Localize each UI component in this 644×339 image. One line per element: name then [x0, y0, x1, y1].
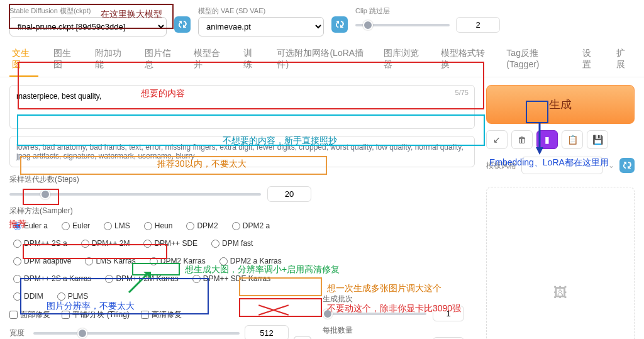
- sampler-dpmppsdekarras[interactable]: DPM++ SDE Karras: [189, 272, 274, 286]
- steps-slider[interactable]: [9, 193, 261, 196]
- width-label: 宽度: [9, 328, 28, 338]
- image-icon: 🖼: [553, 285, 567, 301]
- clip-skip-slider[interactable]: [355, 24, 450, 26]
- sampler-group: Euler a Euler LMS Heun DPM2 DPM2 a DPM++…: [9, 219, 311, 303]
- style-refresh-button[interactable]: 🗘: [619, 158, 635, 173]
- sampler-dpm2karras[interactable]: DPM2 Karras: [146, 254, 209, 268]
- negative-prompt[interactable]: [9, 136, 475, 167]
- ckpt-refresh-button[interactable]: 🗘: [174, 16, 191, 33]
- swap-dims-button[interactable]: ⇅: [294, 336, 311, 339]
- sampler-dpmppsde[interactable]: DPM++ SDE: [140, 236, 201, 250]
- tab-extras[interactable]: 附加功能: [92, 43, 130, 77]
- tab-lora[interactable]: 可选附加网络(LoRA插件): [274, 43, 369, 77]
- style-label: 模板风格: [486, 160, 516, 171]
- steps-value[interactable]: [267, 186, 311, 202]
- tiling-toggle[interactable]: 平铺/分块 (Tiling): [62, 309, 130, 320]
- batch-size-label: 每批数量: [323, 325, 464, 336]
- refresh-icon: 🗘: [335, 19, 344, 30]
- tab-settings[interactable]: 设置: [580, 43, 601, 77]
- sampler-dpmpp2mkarras[interactable]: DPM++ 2M Karras: [101, 272, 182, 286]
- clipboard-icon: 📋: [567, 135, 578, 145]
- main-tabs: 文生图 图生图 附加功能 图片信息 模型合并 训练 可选附加网络(LoRA插件)…: [0, 43, 644, 77]
- sampler-euler[interactable]: Euler: [58, 219, 94, 233]
- gallery-preview: 🖼: [486, 187, 635, 339]
- sampler-dpmpp2sakarras[interactable]: DPM++ 2S a Karras: [9, 272, 95, 286]
- chevron-down-icon: ⌄: [608, 161, 614, 170]
- sampler-euler-a[interactable]: Euler a: [9, 219, 52, 233]
- ckpt-select[interactable]: final-prune.ckpt [89d59c3dde]: [9, 17, 167, 36]
- sampler-dpmfast[interactable]: DPM fast: [208, 236, 257, 250]
- interrogate-button[interactable]: ↙: [486, 130, 508, 149]
- sampler-dpmpp2sa[interactable]: DPM++ 2S a: [9, 236, 71, 250]
- save-style-button[interactable]: 💾: [587, 130, 608, 149]
- red-cross-icon: [258, 303, 289, 316]
- sampler-heun[interactable]: Heun: [140, 219, 177, 233]
- refresh-icon: 🗘: [623, 160, 631, 170]
- generate-button[interactable]: 生成: [486, 85, 635, 124]
- style-select[interactable]: [521, 157, 603, 174]
- batch-count-value[interactable]: [433, 306, 464, 321]
- clear-button[interactable]: 🗑: [511, 130, 533, 149]
- sampler-lmskarras[interactable]: LMS Karras: [81, 254, 139, 268]
- sampler-dpmadaptive[interactable]: DPM adaptive: [9, 254, 75, 268]
- hires-fix-toggle[interactable]: 高清修复: [141, 309, 182, 320]
- tab-convert[interactable]: 模型格式转换: [438, 43, 491, 77]
- sampler-dpm2akarras[interactable]: DPM2 a Karras: [216, 254, 286, 268]
- ckpt-label: Stable Diffusion 模型(ckpt): [9, 6, 167, 16]
- sampler-lms[interactable]: LMS: [100, 219, 134, 233]
- vae-refresh-button[interactable]: 🗘: [331, 16, 348, 33]
- tab-pnginfo[interactable]: 图片信息: [142, 43, 179, 77]
- tab-tagger[interactable]: Tag反推(Tagger): [504, 43, 567, 77]
- clip-skip-value[interactable]: [456, 17, 500, 33]
- refresh-icon: 🗘: [178, 19, 187, 30]
- tab-gallery[interactable]: 图库浏览器: [381, 43, 426, 77]
- sampler-label: 采样方法(Sampler): [9, 206, 311, 216]
- tab-merger[interactable]: 模型合并: [191, 43, 228, 77]
- sampler-dpmpp2m[interactable]: DPM++ 2M: [77, 236, 134, 250]
- tab-txt2img[interactable]: 文生图: [9, 43, 38, 77]
- batch-count-label: 生成批次: [323, 294, 464, 304]
- vae-select[interactable]: animevae.pt: [198, 17, 324, 36]
- paste-button[interactable]: 📋: [562, 130, 583, 149]
- face-restore-toggle[interactable]: 面部修复: [9, 309, 50, 320]
- save-icon: 💾: [592, 135, 603, 145]
- tab-train[interactable]: 训练: [241, 43, 262, 77]
- vae-label: 模型的 VAE (SD VAE): [198, 6, 324, 16]
- sampler-ddim[interactable]: DDIM: [9, 289, 47, 303]
- extra-networks-button[interactable]: ▮: [536, 130, 558, 149]
- sampler-plms[interactable]: PLMS: [53, 289, 92, 303]
- trash-icon: 🗑: [518, 135, 526, 145]
- batch-count-slider[interactable]: [323, 313, 426, 315]
- clip-skip-label: Clip 跳过层: [355, 6, 500, 16]
- tab-extensions[interactable]: 扩展: [614, 43, 635, 77]
- positive-prompt[interactable]: [9, 85, 475, 129]
- tab-img2img[interactable]: 图生图: [51, 43, 80, 77]
- token-counter: 5/75: [455, 89, 469, 96]
- sampler-dpm2a[interactable]: DPM2 a: [228, 219, 274, 233]
- cards-icon: ▮: [545, 135, 550, 145]
- width-slider[interactable]: [33, 332, 240, 335]
- steps-label: 采样迭代步数(Steps): [9, 174, 311, 185]
- width-value[interactable]: [245, 325, 289, 339]
- arrow-icon: ↙: [493, 135, 501, 145]
- sampler-dpm2[interactable]: DPM2: [182, 219, 221, 233]
